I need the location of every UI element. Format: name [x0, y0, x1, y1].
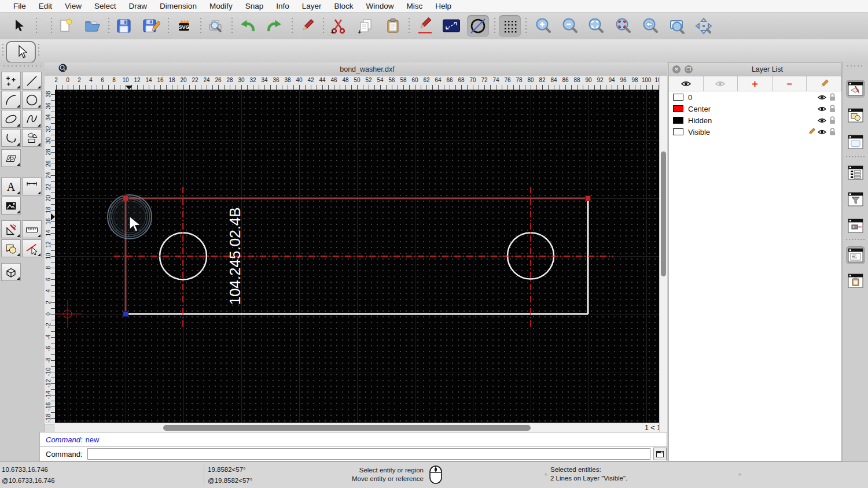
save-button[interactable]	[113, 15, 135, 37]
edit-layer-button[interactable]	[807, 76, 841, 91]
grid-toggle-button[interactable]	[499, 15, 521, 37]
zoom-out-button[interactable]	[559, 15, 581, 37]
entity-list-dock-icon[interactable]	[846, 164, 865, 182]
vertical-scrollbar[interactable]	[659, 76, 667, 432]
layer-row-visible[interactable]: Visible	[669, 126, 841, 138]
tool-polygon[interactable]	[22, 129, 42, 147]
tool-ellipse[interactable]	[1, 110, 21, 128]
zoom-previous-button[interactable]	[639, 15, 661, 37]
vertical-scrollbar-thumb[interactable]	[661, 151, 666, 276]
tool-select-entity[interactable]	[22, 239, 42, 257]
zoom-in-button[interactable]	[532, 15, 554, 37]
dock-widget-strip	[842, 62, 868, 461]
layer-visibility-icon[interactable]	[816, 94, 827, 101]
layer-lock-icon[interactable]	[827, 116, 837, 124]
horizontal-scrollbar-thumb[interactable]	[163, 425, 531, 431]
ruler-label: 6	[101, 77, 104, 83]
menu-view[interactable]: View	[58, 2, 88, 10]
command-line-dock-icon[interactable]	[846, 246, 865, 264]
save-as-button[interactable]	[140, 15, 162, 37]
redo-button[interactable]	[263, 15, 285, 37]
print-preview-button[interactable]	[204, 15, 226, 37]
zoom-auto-button[interactable]	[585, 15, 607, 37]
menu-modify[interactable]: Modify	[203, 2, 239, 10]
ruler-label: 92	[597, 77, 603, 83]
menu-select[interactable]: Select	[88, 2, 123, 10]
ruler-label: 74	[492, 77, 499, 83]
pointer-button[interactable]	[8, 15, 30, 37]
tool-dimension[interactable]	[22, 178, 42, 195]
layer-row-0[interactable]: 0	[669, 91, 841, 103]
float-panel-icon[interactable]: ❐	[685, 65, 693, 73]
draft-mode-button[interactable]	[467, 15, 489, 37]
export-svg-button[interactable]: SVG	[173, 15, 195, 37]
tool-circle[interactable]	[22, 91, 42, 109]
menu-dimension[interactable]: Dimension	[153, 2, 203, 10]
tool-spline[interactable]	[22, 110, 42, 128]
hide-all-layers-button[interactable]	[704, 76, 738, 91]
tool-measure[interactable]	[22, 220, 42, 238]
ruler-label: 26	[45, 159, 53, 168]
pen-edit-button[interactable]	[414, 15, 436, 37]
undo-button[interactable]	[237, 15, 259, 37]
tool-polyline[interactable]	[1, 129, 21, 147]
tool-points[interactable]	[1, 72, 21, 90]
ruler-label: 18	[168, 77, 175, 83]
close-icon[interactable]: ✕	[672, 65, 681, 73]
pen-palette-dock-icon[interactable]	[846, 217, 865, 235]
menu-layer[interactable]: Layer	[296, 2, 328, 10]
show-all-layers-button[interactable]	[669, 76, 704, 91]
tool-solid[interactable]	[1, 263, 21, 281]
menu-draw[interactable]: Draw	[123, 2, 154, 10]
add-layer-button[interactable]: ＋	[738, 76, 773, 91]
menu-window[interactable]: Window	[360, 2, 400, 10]
layer-lock-icon[interactable]	[827, 105, 837, 113]
ruler-label: 24	[203, 77, 209, 83]
clipboard-dock-icon[interactable]	[846, 272, 865, 290]
remove-layer-button[interactable]: －	[773, 76, 807, 91]
library-browser-dock-icon[interactable]	[846, 133, 865, 151]
new-file-button[interactable]	[54, 15, 76, 37]
menu-info[interactable]: Info	[270, 2, 296, 10]
line-selection-button[interactable]	[440, 15, 462, 37]
tool-line[interactable]	[22, 72, 42, 90]
horizontal-scrollbar[interactable]: 1 < 10	[45, 423, 667, 432]
menu-help[interactable]: Help	[429, 2, 458, 10]
delete-entity-button[interactable]	[296, 15, 318, 37]
layer-row-center[interactable]: Center	[669, 103, 841, 114]
ruler-label: 32	[45, 124, 53, 134]
layer-lock-icon[interactable]	[827, 93, 837, 101]
zoom-pan-button[interactable]	[693, 15, 715, 37]
command-options-button[interactable]	[653, 448, 667, 460]
layer-visibility-icon[interactable]	[816, 106, 827, 112]
ruler-label: 12	[45, 240, 53, 249]
ruler-label: -14	[45, 390, 53, 400]
zoom-window-button[interactable]	[666, 15, 688, 37]
menu-edit[interactable]: Edit	[32, 2, 58, 10]
tool-text[interactable]: A	[1, 178, 21, 195]
layer-row-hidden[interactable]: Hidden	[669, 114, 841, 126]
selection-filter-dock-icon[interactable]	[846, 190, 865, 208]
tool-image[interactable]	[1, 197, 21, 215]
tool-arc[interactable]	[1, 91, 21, 109]
command-input[interactable]	[87, 448, 651, 460]
cut-button[interactable]: +	[328, 15, 350, 37]
paste-button[interactable]	[382, 15, 404, 37]
tool-modify[interactable]	[1, 220, 21, 238]
block-list-dock-icon[interactable]	[846, 106, 865, 124]
layer-lock-icon[interactable]	[827, 128, 837, 136]
zoom-selected-button[interactable]	[612, 15, 634, 37]
menu-snap[interactable]: Snap	[239, 2, 270, 10]
drawing-canvas[interactable]: 104.245.02.4B	[55, 90, 659, 423]
copy-button[interactable]: +	[355, 15, 377, 37]
menu-block[interactable]: Block	[328, 2, 360, 10]
layer-visibility-icon[interactable]	[816, 129, 827, 135]
tool-hatch[interactable]	[1, 149, 21, 167]
menu-file[interactable]: File	[7, 2, 32, 10]
tool-block[interactable]	[1, 239, 21, 257]
open-file-button[interactable]	[82, 15, 104, 37]
layer-visibility-icon[interactable]	[816, 117, 827, 124]
select-tool-button[interactable]	[6, 41, 36, 63]
menu-misc[interactable]: Misc	[400, 2, 429, 10]
layer-list-dock-icon[interactable]	[846, 80, 865, 98]
